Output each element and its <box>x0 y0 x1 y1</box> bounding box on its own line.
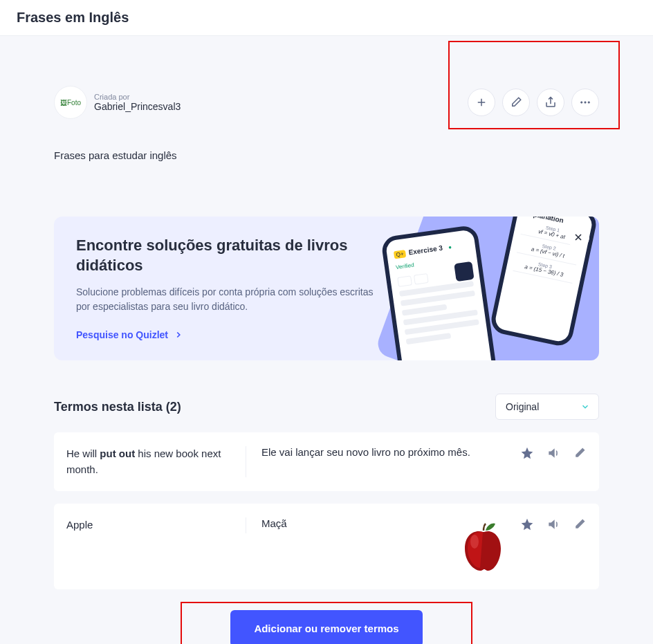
term-image[interactable] <box>454 517 512 576</box>
pencil-icon <box>573 517 587 531</box>
star-icon <box>520 446 534 460</box>
creator-row: 🖼Foto Criada por Gabriel_Princesval3 <box>54 86 599 119</box>
term-card: He will put out his new book next month.… <box>54 432 599 491</box>
promo-title: Encontre soluções gratuitas de livros di… <box>76 236 367 275</box>
topbar: Frases em Inglês <box>0 0 653 36</box>
pencil-icon <box>573 446 587 460</box>
more-icon <box>579 96 591 109</box>
share-icon <box>544 96 557 109</box>
star-button[interactable] <box>520 446 534 463</box>
promo-art: Explanation Step 1 vf = v0 + at Step 2 a… <box>350 217 599 360</box>
created-by-label: Criada por <box>94 93 181 101</box>
audio-icon <box>546 517 560 531</box>
close-icon <box>573 232 584 243</box>
set-description: Frases para estudar inglês <box>54 149 599 161</box>
audio-icon <box>546 446 560 460</box>
share-button[interactable] <box>537 89 564 116</box>
term-card: Apple Maçã <box>54 504 599 589</box>
promo-link[interactable]: Pesquise no Quizlet <box>76 329 183 340</box>
promo-body: Solucione problemas difíceis por conta p… <box>76 285 387 314</box>
term-text: He will put out his new book next month. <box>66 446 246 477</box>
sort-select[interactable]: Original <box>495 394 599 420</box>
svg-point-0 <box>581 102 582 103</box>
pencil-icon <box>510 96 522 109</box>
avatar[interactable]: 🖼Foto <box>54 86 87 119</box>
verified-badge: Verified <box>396 262 415 271</box>
chevron-right-icon <box>174 330 183 340</box>
term-text: Apple <box>66 517 246 533</box>
plus-icon <box>475 96 488 109</box>
edit-term-button[interactable] <box>573 517 587 534</box>
more-button[interactable] <box>571 89 599 116</box>
audio-button[interactable] <box>546 446 560 463</box>
add-remove-terms-button[interactable]: Adicionar ou remover termos <box>230 610 422 644</box>
chevron-down-icon <box>580 402 590 412</box>
definition-text: Maçã <box>261 517 443 529</box>
avatar-alt: Foto <box>67 99 81 107</box>
definition-text: Ele vai lançar seu novo livro no próximo… <box>261 446 512 458</box>
page-title: Frases em Inglês <box>17 10 636 26</box>
svg-point-2 <box>588 102 589 103</box>
creator-name[interactable]: Gabriel_Princesval3 <box>94 101 181 112</box>
star-button[interactable] <box>520 517 534 534</box>
promo-link-label: Pesquise no Quizlet <box>76 329 168 340</box>
terms-heading: Termos nesta lista (2) <box>54 400 181 414</box>
svg-point-1 <box>585 102 586 103</box>
sort-select-label: Original <box>506 401 539 412</box>
svg-point-3 <box>470 535 479 549</box>
add-button[interactable] <box>468 89 495 116</box>
edit-term-button[interactable] <box>573 446 587 463</box>
audio-button[interactable] <box>546 517 560 534</box>
star-icon <box>520 517 534 531</box>
phone1-title: Exercise 3 <box>408 244 443 257</box>
apple-image <box>461 521 505 572</box>
promo-close-button[interactable] <box>567 226 589 248</box>
edit-button[interactable] <box>502 89 530 116</box>
promo-banner: Encontre soluções gratuitas de livros di… <box>54 217 599 360</box>
